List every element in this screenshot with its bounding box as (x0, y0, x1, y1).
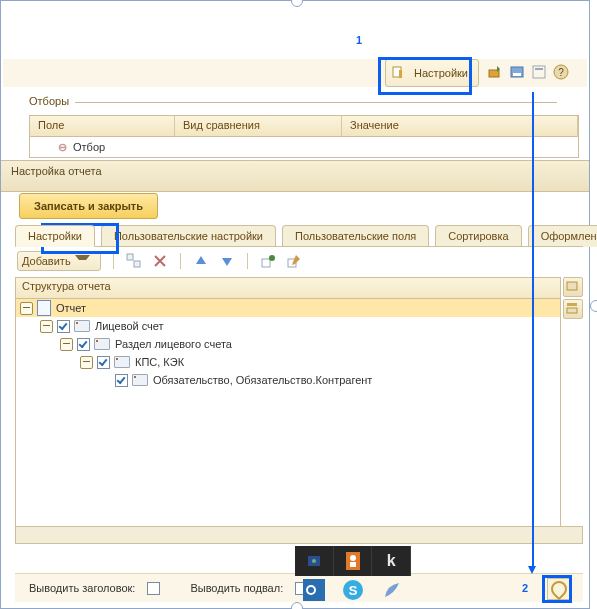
dialog-title: Настройка отчета (1, 160, 589, 192)
tab-user-fields[interactable]: Пользовательские поля (282, 225, 429, 247)
tab-design[interactable]: Оформление (528, 225, 597, 247)
taskbar: k (295, 546, 411, 576)
svg-point-12 (269, 255, 275, 261)
col-comparison: Вид сравнения (175, 116, 342, 136)
group-icon (132, 374, 148, 386)
side-btn-1[interactable] (563, 277, 583, 297)
filter-row-label: Отбор (73, 141, 105, 153)
resize-handle-right[interactable] (590, 300, 597, 312)
struct-edit-icon[interactable] (286, 253, 302, 269)
svg-rect-15 (567, 303, 577, 306)
group-icon[interactable] (126, 253, 142, 269)
checkbox[interactable] (77, 338, 90, 351)
svg-rect-5 (533, 66, 545, 78)
tree-row-root[interactable]: Отчет (16, 299, 560, 317)
svg-text:?: ? (558, 67, 564, 78)
svg-rect-9 (127, 254, 133, 260)
settings-label: Настройки (414, 67, 468, 79)
svg-point-20 (350, 555, 356, 561)
tree-row[interactable]: Обязательство, Обязательство.Контрагент (16, 371, 560, 389)
resize-handle-bottom[interactable] (291, 602, 303, 609)
tree-label: Раздел лицевого счета (115, 338, 232, 350)
settings-icon (392, 65, 406, 79)
tree-label: КПС, КЭК (135, 356, 184, 368)
svg-rect-10 (134, 261, 140, 267)
wrench-button[interactable] (547, 578, 571, 600)
struct-add-icon[interactable] (260, 253, 276, 269)
save-settings-icon[interactable] (509, 64, 525, 80)
filters-section: Отборы Поле Вид сравнения Значение ⊖ Отб… (29, 95, 579, 158)
move-down-icon[interactable] (219, 253, 235, 269)
side-btn-2[interactable] (563, 299, 583, 319)
toggle-icon[interactable] (40, 320, 53, 333)
app-frame: Настройки ? Отборы Поле Вид сравнения Зн… (0, 0, 597, 609)
tab-bar: Настройки Пользовательские настройки Пол… (15, 225, 583, 247)
delete-icon[interactable] (152, 253, 168, 269)
svg-rect-21 (350, 562, 356, 567)
taskbar-k[interactable]: k (372, 546, 411, 576)
tree-label: Обязательство, Обязательство.Контрагент (153, 374, 372, 386)
tab-sorting[interactable]: Сортировка (435, 225, 521, 247)
taskbar-pin-icon[interactable] (295, 546, 334, 576)
svg-point-18 (312, 559, 316, 563)
svg-rect-4 (513, 73, 521, 76)
form-settings-icon[interactable] (531, 64, 547, 80)
tree-row[interactable]: Раздел лицевого счета (16, 335, 560, 353)
toggle-icon[interactable] (60, 338, 73, 351)
actions-toolbar: Добавить (15, 251, 583, 271)
toggle-icon[interactable] (20, 302, 33, 315)
feather-icon[interactable] (372, 576, 411, 604)
taskbar-app-icon[interactable] (334, 546, 373, 576)
filter-row[interactable]: ⊖ Отбор (29, 137, 579, 158)
tabs-underline (15, 246, 583, 247)
taskbar-lower: S (295, 576, 411, 604)
settings-button[interactable]: Настройки (385, 59, 479, 87)
help-icon[interactable]: ? (553, 64, 569, 80)
load-settings-icon[interactable] (487, 64, 503, 80)
svg-rect-16 (567, 308, 577, 313)
horizontal-scrollbar[interactable] (15, 526, 583, 544)
output-header-checkbox[interactable] (147, 582, 160, 595)
wrench-icon (548, 578, 571, 601)
skype-icon[interactable]: S (334, 576, 373, 604)
group-icon (74, 320, 90, 332)
tree-row[interactable]: КПС, КЭК (16, 353, 560, 371)
filters-heading: Отборы (29, 95, 579, 107)
top-toolbar: Настройки ? (3, 59, 587, 87)
svg-rect-14 (567, 282, 577, 290)
checkbox[interactable] (57, 320, 70, 333)
arrow-head-icon (528, 566, 536, 574)
add-label: Добавить (22, 255, 71, 267)
checkbox[interactable] (97, 356, 110, 369)
col-field: Поле (30, 116, 175, 136)
col-value: Значение (342, 116, 578, 136)
svg-rect-1 (399, 70, 402, 78)
checkbox[interactable] (115, 374, 128, 387)
toggle-icon[interactable] (80, 356, 93, 369)
tree-row[interactable]: Лицевой счет (16, 317, 560, 335)
outlook-icon[interactable] (295, 576, 334, 604)
svg-point-24 (308, 587, 314, 593)
dropdown-icon (75, 255, 90, 267)
tree-label: Отчет (56, 302, 86, 314)
group-icon (94, 338, 110, 350)
filters-header-row: Поле Вид сравнения Значение (29, 115, 579, 137)
tab-settings[interactable]: Настройки (15, 225, 95, 247)
document-icon (37, 300, 51, 316)
output-footer-label: Выводить подвал: (190, 582, 283, 594)
svg-rect-6 (535, 68, 543, 70)
group-icon (114, 356, 130, 368)
tab-user-settings[interactable]: Пользовательские настройки (101, 225, 276, 247)
add-button[interactable]: Добавить (17, 251, 101, 271)
collapse-icon: ⊖ (58, 141, 67, 154)
tree-label: Лицевой счет (95, 320, 164, 332)
save-close-button[interactable]: Записать и закрыть (19, 193, 158, 219)
window: Настройки ? Отборы Поле Вид сравнения Зн… (0, 0, 590, 609)
svg-text:S: S (349, 583, 358, 598)
svg-rect-11 (262, 259, 270, 267)
structure-tree[interactable]: Отчет Лицевой счет Раздел лицевого счета (15, 298, 561, 542)
output-header-label: Выводить заголовок: (29, 582, 135, 594)
move-up-icon[interactable] (193, 253, 209, 269)
